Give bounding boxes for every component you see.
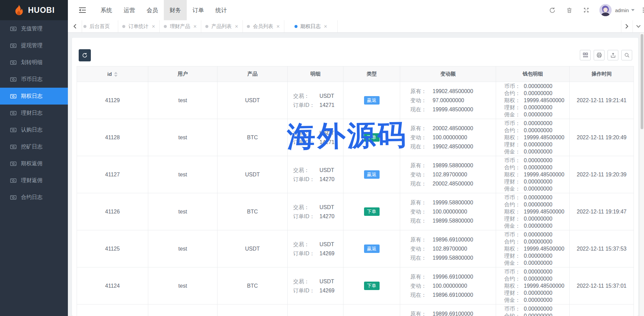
label-value-row: 币币：0.00000000: [504, 268, 569, 275]
sidebar-item[interactable]: 合约日志: [0, 189, 68, 206]
column-header: 用户: [148, 66, 217, 82]
label-value-row: 变动：100.00000000: [410, 207, 496, 216]
sidebar-item[interactable]: 币币日志: [0, 71, 68, 88]
banknote-icon: [10, 110, 17, 116]
sidebar-item[interactable]: 挖矿日志: [0, 138, 68, 155]
sidebar-item[interactable]: 充值管理: [0, 20, 68, 37]
tab[interactable]: 产品列表 ✕: [201, 20, 243, 32]
cell-wallet: 币币：0.00000000合约：0.00000000期权：19999.48500…: [496, 119, 570, 156]
label-value-row: 币币：0.00000000: [504, 157, 569, 164]
scrollbar-thumb[interactable]: [641, 34, 643, 129]
topnav-item[interactable]: 财务: [164, 0, 187, 20]
trash-icon[interactable]: [561, 0, 578, 20]
tab[interactable]: 理财产品 ✕: [160, 20, 201, 32]
cell-change: 原有：20002.48500000变动：100.00000000现在：19902…: [400, 119, 496, 156]
cell-product: USDT: [217, 82, 288, 119]
sidebar-item[interactable]: 理财日志: [0, 105, 68, 121]
search-icon[interactable]: [621, 50, 632, 60]
label-value-row: 订单ID：14269: [293, 286, 343, 295]
user-menu[interactable]: admin: [615, 7, 635, 13]
label-value-row: 订单ID：14271: [293, 138, 343, 147]
kebab-menu-icon[interactable]: [641, 7, 644, 13]
table-body: 41129testUSDT交易：USDT订单ID：14271赢返原有：19902…: [77, 82, 634, 316]
cell-time: 2022-12-11 19:21:41: [570, 82, 634, 119]
table-refresh-button[interactable]: [79, 49, 91, 61]
label-value-row: 交易：USDT: [293, 203, 343, 212]
cell-wallet: 币币：0.00000000合约：0.00000000期权：19999.48500…: [496, 267, 570, 305]
tab[interactable]: 后台首页 ✕: [82, 20, 118, 32]
sidebar-item[interactable]: 期权日志: [0, 88, 68, 105]
tab-label: 产品列表: [211, 23, 232, 30]
column-header-label: 变动额: [440, 71, 456, 77]
label-value-row: 理财：0.00000000: [504, 289, 569, 296]
table-row: 41126testBTC交易：USDT订单ID：14270下单原有：19999.…: [77, 193, 634, 230]
sort-icon[interactable]: [114, 72, 118, 77]
cell-wallet: 币币：0.00000000合约：0.00000000期权：理财：佣金：: [496, 305, 570, 316]
label-value-row: 理财：0.00000000: [504, 252, 569, 259]
sidebar-item[interactable]: 期权返佣: [0, 155, 68, 172]
topnav-item[interactable]: 运营: [118, 0, 141, 20]
tab-close-icon[interactable]: ✕: [276, 24, 280, 29]
tab-close-icon[interactable]: ✕: [235, 24, 238, 29]
fullscreen-icon[interactable]: [578, 0, 595, 20]
sidebar-item[interactable]: 提现管理: [0, 37, 68, 54]
label-value-row: 变动：97.00000000: [410, 96, 496, 105]
tab[interactable]: 期权日志 ✕: [284, 20, 338, 32]
sidebar-item-label: 划转明细: [21, 59, 43, 66]
avatar[interactable]: [599, 4, 612, 16]
cell-time: 2022-12-11 15:37:01: [570, 267, 634, 305]
tab-label: 期权日志: [301, 23, 321, 30]
columns-icon[interactable]: [580, 50, 591, 60]
sidebar-item-label: 充值管理: [21, 25, 43, 32]
banknote-icon: [10, 59, 17, 66]
cell-detail: 交易：订单ID：: [288, 305, 343, 316]
topnav-item-label: 会员: [147, 6, 158, 14]
tab-close-icon[interactable]: ✕: [152, 24, 155, 29]
topnav-item[interactable]: 订单: [187, 0, 210, 20]
sidebar: HUOBI 充值管理 提现管理 划转明细: [0, 0, 68, 316]
sidebar-item[interactable]: 理财返佣: [0, 172, 68, 189]
cell-id: 41124: [77, 267, 148, 305]
topnav-item[interactable]: 统计: [210, 0, 233, 20]
printer-icon[interactable]: [594, 50, 604, 60]
column-header-label: 用户: [178, 71, 188, 77]
topnav-item[interactable]: 系统: [95, 0, 118, 20]
cell-detail: 交易：USDT订单ID：14270: [288, 156, 343, 193]
tab-close-icon[interactable]: ✕: [193, 24, 197, 29]
tab-close-icon[interactable]: ✕: [324, 24, 328, 29]
column-header: 明细: [288, 66, 343, 82]
column-header[interactable]: id: [77, 66, 148, 82]
export-icon[interactable]: [608, 50, 618, 60]
topnav-item[interactable]: 会员: [141, 0, 164, 20]
topnav-item-label: 系统: [101, 6, 112, 14]
tab-label: 后台首页: [89, 23, 110, 30]
chevron-down-icon[interactable]: [633, 20, 644, 32]
label-value-row: 理财：0.00000000: [504, 141, 569, 148]
label-value-row: 交易：USDT: [293, 277, 343, 286]
tab-list: 后台首页 ✕ 订单统计 ✕ 理财产品 ✕ 产品列表 ✕ 会员列表 ✕ 期权日志 …: [82, 20, 338, 32]
cell-type: 下单: [343, 193, 400, 230]
cell-id: [77, 305, 148, 316]
tab[interactable]: 订单统计 ✕: [118, 20, 160, 32]
label-value-row: 合约：0.00000000: [504, 238, 569, 245]
table-row: 41125testUSDT交易：USDT订单ID：14269赢返原有：19896…: [77, 230, 634, 267]
refresh-icon[interactable]: [544, 0, 561, 20]
cell-change: 原有：19999.58800000变动：100.00000000现在：19899…: [400, 193, 496, 230]
chevron-left-icon[interactable]: [68, 20, 82, 32]
collapse-menu-icon[interactable]: [79, 7, 86, 13]
label-value-row: 交易：USDT: [293, 91, 343, 100]
cell-change: 原有：19996.69100000变动：100.00000000现在：19896…: [400, 267, 496, 305]
table-row: 交易：订单ID：原有：19899.69100000变动：现在：币币：0.0000…: [77, 305, 634, 316]
tab[interactable]: 会员列表 ✕: [243, 20, 284, 32]
label-value-row: 期权：19999.48500000: [504, 171, 569, 178]
sidebar-item[interactable]: 划转明细: [0, 54, 68, 71]
cell-product: BTC: [217, 193, 288, 230]
cell-change: 原有：19899.69100000变动：现在：: [400, 305, 496, 316]
cell-time: 2022-12-11 19:19:47: [570, 193, 634, 230]
label-value-row: 交易：: [293, 314, 343, 316]
label-value-row: 现在：19902.48500000: [410, 142, 496, 151]
sidebar-item[interactable]: 认购日志: [0, 121, 68, 138]
cell-time: 2022-12-11 19:20:49: [570, 119, 634, 156]
chevron-right-icon[interactable]: [621, 20, 633, 32]
column-header: 变动额: [400, 66, 496, 82]
